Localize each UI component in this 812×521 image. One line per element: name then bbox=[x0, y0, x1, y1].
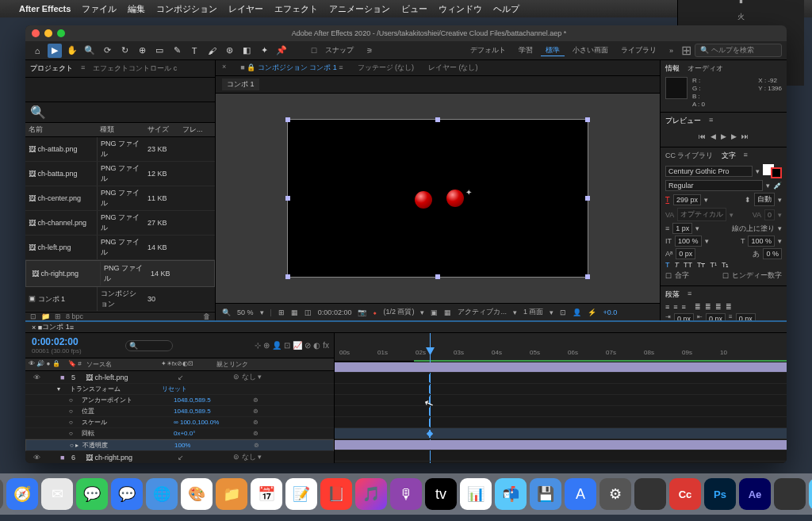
justify-center-icon[interactable]: ≣ bbox=[705, 303, 711, 311]
project-item[interactable]: 🖼 ch-batta.pngPNG ファイル12 KB bbox=[25, 162, 215, 186]
pen-tool[interactable]: ✎ bbox=[170, 44, 184, 58]
dock-app[interactable]: Ps bbox=[704, 478, 736, 510]
dock-app[interactable]: 📕 bbox=[320, 478, 352, 510]
menu-view[interactable]: ビュー bbox=[401, 3, 427, 15]
dock-app[interactable]: 📬 bbox=[495, 478, 527, 510]
dock-app[interactable]: ⚙ bbox=[599, 478, 631, 510]
dock-app[interactable]: A bbox=[565, 478, 596, 510]
brush-tool[interactable]: 🖌 bbox=[205, 44, 219, 58]
ligature-check[interactable]: ☐ bbox=[665, 272, 672, 280]
rect-tool[interactable]: ▭ bbox=[152, 44, 167, 58]
layer-row[interactable]: ▾トランスフォームリセット bbox=[25, 384, 334, 395]
prev-frame-icon[interactable]: ◀ bbox=[710, 132, 716, 140]
track[interactable] bbox=[335, 384, 787, 395]
bpc-label[interactable]: 8 bpc bbox=[66, 312, 83, 320]
project-item[interactable]: 🖼 ch-right.pngPNG ファイル14 KB bbox=[25, 260, 215, 287]
timeline-tab[interactable]: コンポ 1 bbox=[42, 322, 70, 332]
justify-right-icon[interactable]: ≣ bbox=[715, 303, 722, 311]
kerning[interactable]: オプティカル bbox=[677, 208, 726, 221]
stroke-width[interactable]: 1 px bbox=[672, 223, 692, 234]
draft3d-icon[interactable]: 👤 bbox=[573, 308, 581, 316]
tl-icon3[interactable]: ⊡ bbox=[284, 341, 290, 350]
anchor-tool[interactable]: ⊕ bbox=[135, 44, 149, 58]
tab-effect-controls[interactable]: エフェクトコントロール c bbox=[93, 63, 177, 74]
track[interactable] bbox=[335, 406, 787, 417]
tab-footage[interactable]: フッテージ (なし) bbox=[358, 63, 415, 73]
justify-left-icon[interactable]: ≣ bbox=[695, 303, 701, 311]
tracking-value[interactable]: 0 bbox=[764, 209, 775, 220]
snap-opts-icon[interactable]: ⚞ bbox=[362, 47, 377, 55]
hindi-check[interactable]: ☐ bbox=[722, 272, 729, 280]
timecode[interactable]: 0:00:02:00 bbox=[32, 336, 114, 347]
snap-checkbox[interactable]: ☐ bbox=[311, 47, 317, 55]
app-name[interactable]: After Effects bbox=[19, 4, 71, 13]
new-folder-icon[interactable]: 📁 bbox=[41, 312, 50, 320]
first-frame-icon[interactable]: ⏮ bbox=[699, 132, 706, 140]
dock-app[interactable]: 📊 bbox=[460, 478, 492, 510]
region-icon[interactable]: ▣ bbox=[431, 308, 438, 316]
menu-layer[interactable]: レイヤー bbox=[228, 3, 263, 15]
dock-app[interactable]: 💬 bbox=[111, 478, 143, 510]
track[interactable] bbox=[335, 362, 787, 373]
dock-app[interactable]: Cc bbox=[669, 478, 701, 510]
tab-composition[interactable]: コンポジション コンポ 1 bbox=[258, 63, 337, 71]
track[interactable] bbox=[335, 395, 787, 406]
menu-effect[interactable]: エフェクト bbox=[274, 3, 318, 15]
current-time[interactable]: 0:00:02:00 bbox=[318, 308, 352, 316]
layer-right-ball[interactable] bbox=[446, 190, 464, 207]
subscript-icon[interactable]: T₁ bbox=[722, 261, 730, 269]
col-type[interactable]: 種類 bbox=[97, 123, 144, 136]
col-framerate[interactable]: フレ... bbox=[179, 123, 215, 136]
dock-app[interactable]: 🎵 bbox=[355, 478, 387, 510]
grid-icon[interactable]: ▦ bbox=[291, 308, 298, 316]
mag-icon[interactable]: 🔍 bbox=[222, 308, 231, 316]
project-item[interactable]: 🖼 ch-center.pngPNG ファイル11 KB bbox=[25, 186, 215, 211]
mb-icon[interactable]: ◐ bbox=[313, 341, 320, 350]
layer-row[interactable]: 👁■5🖼 ch-left.png ↙⊚ なし ▾ bbox=[25, 371, 334, 384]
layer-row[interactable]: ○ ▸不透明度100%⊚ bbox=[25, 439, 334, 451]
dock-app[interactable]: 🎨 bbox=[181, 478, 213, 510]
dock-app[interactable]: 📝 bbox=[285, 478, 317, 510]
menu-edit[interactable]: 編集 bbox=[128, 3, 145, 15]
tab-cc-library[interactable]: CC ライブラリ bbox=[665, 151, 714, 161]
viewer[interactable]: ✦ bbox=[216, 94, 660, 303]
dock-app[interactable]: 🎙 bbox=[390, 478, 422, 510]
vscale[interactable]: 100 % bbox=[675, 236, 702, 247]
tl-icon5[interactable]: fx bbox=[323, 341, 329, 350]
ws-library[interactable]: ライブラリ bbox=[616, 45, 661, 56]
allcaps-icon[interactable]: TT bbox=[684, 261, 692, 269]
stamp-tool[interactable]: ⊛ bbox=[222, 44, 236, 58]
dock-app[interactable] bbox=[634, 478, 666, 510]
snapshot-icon[interactable]: 📷 bbox=[358, 308, 366, 316]
trash-icon[interactable]: 🗑 bbox=[203, 312, 210, 320]
ws-learn[interactable]: 学習 bbox=[514, 45, 538, 56]
dock-app[interactable]: ✉ bbox=[41, 478, 73, 510]
italic-icon[interactable]: T bbox=[675, 261, 680, 269]
hand-tool[interactable]: ✋ bbox=[65, 44, 79, 58]
track[interactable] bbox=[335, 428, 787, 439]
tab-info[interactable]: 情報 bbox=[665, 63, 680, 74]
baseline[interactable]: 0 px bbox=[676, 248, 695, 259]
exposure[interactable]: +0.0 bbox=[603, 308, 617, 316]
bold-icon[interactable]: T bbox=[665, 261, 670, 269]
col-name[interactable]: 名前 bbox=[25, 123, 97, 136]
quality[interactable]: (1/2 画質) bbox=[383, 307, 414, 317]
tsume[interactable]: 0 % bbox=[763, 248, 782, 259]
v-icon[interactable]: ⊡ bbox=[560, 308, 566, 316]
play-icon[interactable]: ▶ bbox=[721, 132, 726, 140]
orbit-tool[interactable]: ⟳ bbox=[100, 44, 114, 58]
zoom-tool[interactable]: 🔍 bbox=[82, 44, 97, 58]
channel-icon[interactable]: ⬥ bbox=[373, 308, 377, 316]
menu-window[interactable]: ウィンドウ bbox=[439, 3, 482, 15]
align-right-icon[interactable]: ≡ bbox=[682, 303, 686, 311]
home-icon[interactable]: ⌂ bbox=[30, 44, 44, 58]
track[interactable] bbox=[335, 439, 787, 450]
project-item[interactable]: ▣ コンポ 1コンポジション30 bbox=[25, 287, 215, 312]
align-center-icon[interactable]: ≡ bbox=[673, 303, 677, 311]
graph-icon[interactable]: 📈 bbox=[293, 341, 302, 350]
mask-icon[interactable]: ◫ bbox=[304, 308, 312, 316]
project-item[interactable]: 🖼 ch-left.pngPNG ファイル14 KB bbox=[25, 236, 215, 260]
font-size[interactable]: 299 px bbox=[673, 194, 701, 205]
menu-file[interactable]: ファイル bbox=[82, 3, 117, 15]
minimize-button[interactable] bbox=[44, 29, 52, 37]
